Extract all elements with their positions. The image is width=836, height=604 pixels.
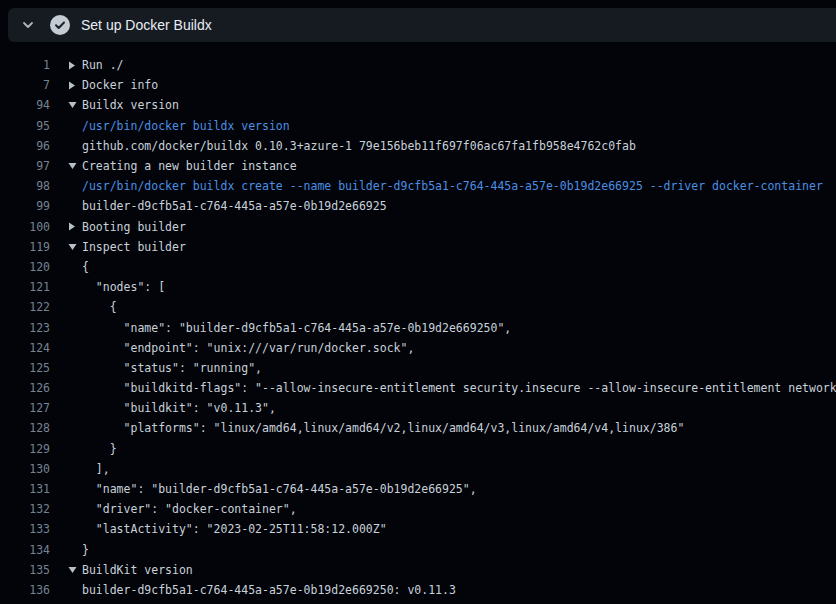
log-line: 129 } (0, 439, 836, 459)
log-text: "driver": "docker-container", (82, 502, 297, 516)
line-number[interactable]: 99 (0, 199, 50, 213)
log-text: builder-d9cfb5a1-c764-445a-a57e-0b19d2e6… (82, 199, 387, 213)
line-number[interactable]: 136 (0, 583, 50, 597)
log-text: { (82, 300, 117, 314)
log-line: 96 github.com/docker/buildx 0.10.3+azure… (0, 136, 836, 156)
log-text: ], (82, 462, 110, 476)
log-text: } (82, 543, 89, 557)
log-text: { (82, 260, 89, 274)
line-number[interactable]: 122 (0, 300, 50, 314)
log-lines: 1 Run ./ 7 Docker info 94 Buildx version… (0, 42, 836, 600)
log-group-expanded[interactable]: 94 Buildx version (0, 95, 836, 115)
line-number[interactable]: 94 (0, 98, 50, 112)
line-number[interactable]: 132 (0, 502, 50, 516)
log-text: "buildkitd-flags": "--allow-insecure-ent… (82, 381, 836, 395)
log-line: 128 "platforms": "linux/amd64,linux/amd6… (0, 418, 836, 438)
line-number[interactable]: 127 (0, 401, 50, 415)
line-number[interactable]: 126 (0, 381, 50, 395)
log-line: 98 /usr/bin/docker buildx create --name … (0, 176, 836, 196)
log-group-collapsed[interactable]: 100 Booting builder (0, 217, 836, 237)
log-line: 132 "driver": "docker-container", (0, 499, 836, 519)
log-text: } (82, 442, 117, 456)
step-title: Set up Docker Buildx (81, 17, 212, 33)
line-number[interactable]: 1 (0, 58, 50, 72)
log-text: Creating a new builder instance (82, 159, 297, 173)
chevron-down-icon[interactable] (21, 18, 35, 32)
log-line: 99 builder-d9cfb5a1-c764-445a-a57e-0b19d… (0, 196, 836, 216)
log-line: 125 "status": "running", (0, 358, 836, 378)
line-number[interactable]: 129 (0, 442, 50, 456)
log-line: 127 "buildkit": "v0.11.3", (0, 398, 836, 418)
line-number[interactable]: 131 (0, 482, 50, 496)
log-text: Booting builder (82, 220, 186, 234)
log-text: /usr/bin/docker buildx create --name bui… (82, 179, 823, 193)
log-line: 95 /usr/bin/docker buildx version (0, 116, 836, 136)
line-number[interactable]: 130 (0, 462, 50, 476)
line-number[interactable]: 120 (0, 260, 50, 274)
line-number[interactable]: 135 (0, 563, 50, 577)
log-group-expanded[interactable]: 97 Creating a new builder instance (0, 156, 836, 176)
expanded-arrow-icon[interactable] (68, 566, 82, 574)
log-text: "endpoint": "unix:///var/run/docker.sock… (82, 341, 414, 355)
log-text: Run ./ (82, 58, 124, 72)
log-text: builder-d9cfb5a1-c764-445a-a57e-0b19d2e6… (82, 583, 456, 597)
log-line: 121 "nodes": [ (0, 277, 836, 297)
line-number[interactable]: 133 (0, 522, 50, 536)
line-number[interactable]: 121 (0, 280, 50, 294)
log-line: 126 "buildkitd-flags": "--allow-insecure… (0, 378, 836, 398)
log-group-expanded[interactable]: 119 Inspect builder (0, 237, 836, 257)
line-number[interactable]: 119 (0, 240, 50, 254)
line-number[interactable]: 124 (0, 341, 50, 355)
expanded-arrow-icon[interactable] (68, 101, 82, 109)
expanded-arrow-icon[interactable] (68, 243, 82, 251)
line-number[interactable]: 123 (0, 321, 50, 335)
line-number[interactable]: 98 (0, 179, 50, 193)
log-line: 120 { (0, 257, 836, 277)
log-line: 136 builder-d9cfb5a1-c764-445a-a57e-0b19… (0, 580, 836, 600)
log-text: "nodes": [ (82, 280, 165, 294)
line-number[interactable]: 125 (0, 361, 50, 375)
log-line: 134 } (0, 540, 836, 560)
log-text: "lastActivity": "2023-02-25T11:58:12.000… (82, 522, 387, 536)
log-text: BuildKit version (82, 563, 193, 577)
log-text: Docker info (82, 78, 158, 92)
log-text: "name": "builder-d9cfb5a1-c764-445a-a57e… (82, 321, 511, 335)
line-number[interactable]: 7 (0, 78, 50, 92)
collapsed-arrow-icon[interactable] (68, 61, 82, 70)
log-text: Buildx version (82, 98, 179, 112)
log-text: github.com/docker/buildx 0.10.3+azure-1 … (82, 139, 636, 153)
log-group-expanded[interactable]: 135 BuildKit version (0, 560, 836, 580)
log-line: 133 "lastActivity": "2023-02-25T11:58:12… (0, 519, 836, 539)
line-number[interactable]: 96 (0, 139, 50, 153)
log-line: 124 "endpoint": "unix:///var/run/docker.… (0, 338, 836, 358)
check-circle-icon (50, 15, 70, 35)
log-line: 130 ], (0, 459, 836, 479)
line-number[interactable]: 95 (0, 119, 50, 133)
log-line: 122 { (0, 297, 836, 317)
line-number[interactable]: 128 (0, 421, 50, 435)
log-group-collapsed[interactable]: 7 Docker info (0, 75, 836, 95)
log-text: /usr/bin/docker buildx version (82, 119, 290, 133)
log-text: "buildkit": "v0.11.3", (82, 401, 276, 415)
collapsed-arrow-icon[interactable] (68, 81, 82, 90)
line-number[interactable]: 100 (0, 220, 50, 234)
line-number[interactable]: 134 (0, 543, 50, 557)
step-header[interactable]: Set up Docker Buildx (8, 8, 836, 42)
log-text: "platforms": "linux/amd64,linux/amd64/v2… (82, 421, 684, 435)
log-text: "status": "running", (82, 361, 262, 375)
log-group-collapsed[interactable]: 1 Run ./ (0, 55, 836, 75)
line-number[interactable]: 97 (0, 159, 50, 173)
log-line: 131 "name": "builder-d9cfb5a1-c764-445a-… (0, 479, 836, 499)
log-line: 123 "name": "builder-d9cfb5a1-c764-445a-… (0, 317, 836, 337)
collapsed-arrow-icon[interactable] (68, 222, 82, 231)
log-text: "name": "builder-d9cfb5a1-c764-445a-a57e… (82, 482, 477, 496)
expanded-arrow-icon[interactable] (68, 162, 82, 170)
log-text: Inspect builder (82, 240, 186, 254)
